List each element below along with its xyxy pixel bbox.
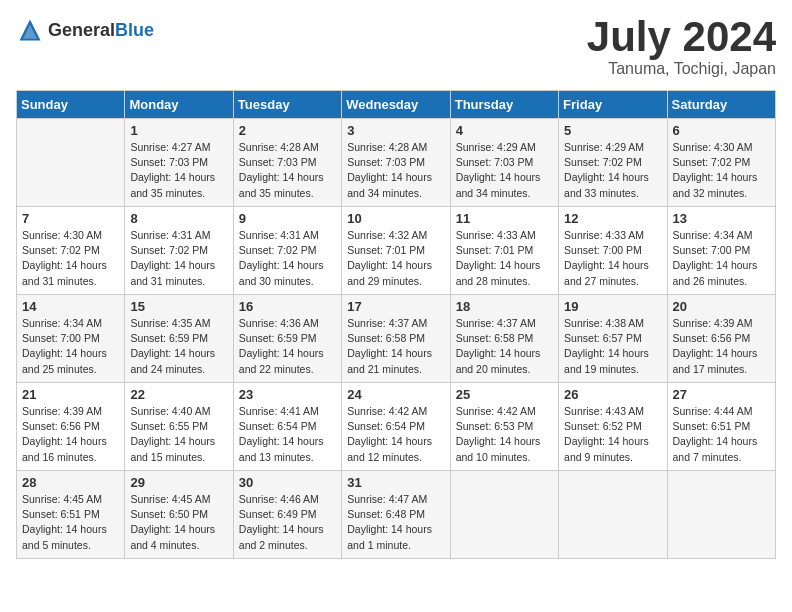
day-number: 23	[239, 387, 336, 402]
day-number: 2	[239, 123, 336, 138]
cell-info: Sunrise: 4:42 AMSunset: 6:53 PMDaylight:…	[456, 404, 553, 465]
calendar-cell: 30Sunrise: 4:46 AMSunset: 6:49 PMDayligh…	[233, 471, 341, 559]
day-number: 30	[239, 475, 336, 490]
cell-info: Sunrise: 4:27 AMSunset: 7:03 PMDaylight:…	[130, 140, 227, 201]
title-block: July 2024 Tanuma, Tochigi, Japan	[587, 16, 776, 78]
cell-info: Sunrise: 4:31 AMSunset: 7:02 PMDaylight:…	[239, 228, 336, 289]
cell-info: Sunrise: 4:37 AMSunset: 6:58 PMDaylight:…	[456, 316, 553, 377]
location-subtitle: Tanuma, Tochigi, Japan	[587, 60, 776, 78]
calendar-cell: 19Sunrise: 4:38 AMSunset: 6:57 PMDayligh…	[559, 295, 667, 383]
calendar-cell: 2Sunrise: 4:28 AMSunset: 7:03 PMDaylight…	[233, 119, 341, 207]
day-number: 13	[673, 211, 770, 226]
day-number: 21	[22, 387, 119, 402]
day-number: 24	[347, 387, 444, 402]
calendar-cell: 20Sunrise: 4:39 AMSunset: 6:56 PMDayligh…	[667, 295, 775, 383]
logo-blue: Blue	[115, 20, 154, 40]
cell-info: Sunrise: 4:46 AMSunset: 6:49 PMDaylight:…	[239, 492, 336, 553]
calendar-cell: 5Sunrise: 4:29 AMSunset: 7:02 PMDaylight…	[559, 119, 667, 207]
day-number: 3	[347, 123, 444, 138]
day-number: 14	[22, 299, 119, 314]
calendar-cell: 8Sunrise: 4:31 AMSunset: 7:02 PMDaylight…	[125, 207, 233, 295]
logo: GeneralBlue	[16, 16, 154, 44]
calendar-cell: 11Sunrise: 4:33 AMSunset: 7:01 PMDayligh…	[450, 207, 558, 295]
calendar-cell	[667, 471, 775, 559]
cell-info: Sunrise: 4:33 AMSunset: 7:01 PMDaylight:…	[456, 228, 553, 289]
cell-info: Sunrise: 4:37 AMSunset: 6:58 PMDaylight:…	[347, 316, 444, 377]
calendar-cell: 14Sunrise: 4:34 AMSunset: 7:00 PMDayligh…	[17, 295, 125, 383]
calendar-cell	[450, 471, 558, 559]
day-number: 27	[673, 387, 770, 402]
calendar-cell: 22Sunrise: 4:40 AMSunset: 6:55 PMDayligh…	[125, 383, 233, 471]
calendar-cell: 18Sunrise: 4:37 AMSunset: 6:58 PMDayligh…	[450, 295, 558, 383]
calendar-cell	[17, 119, 125, 207]
cell-info: Sunrise: 4:40 AMSunset: 6:55 PMDaylight:…	[130, 404, 227, 465]
day-number: 8	[130, 211, 227, 226]
header-day-sunday: Sunday	[17, 91, 125, 119]
cell-info: Sunrise: 4:44 AMSunset: 6:51 PMDaylight:…	[673, 404, 770, 465]
calendar-cell: 24Sunrise: 4:42 AMSunset: 6:54 PMDayligh…	[342, 383, 450, 471]
cell-info: Sunrise: 4:47 AMSunset: 6:48 PMDaylight:…	[347, 492, 444, 553]
calendar-body: 1Sunrise: 4:27 AMSunset: 7:03 PMDaylight…	[17, 119, 776, 559]
cell-info: Sunrise: 4:43 AMSunset: 6:52 PMDaylight:…	[564, 404, 661, 465]
calendar-cell: 23Sunrise: 4:41 AMSunset: 6:54 PMDayligh…	[233, 383, 341, 471]
calendar-cell: 7Sunrise: 4:30 AMSunset: 7:02 PMDaylight…	[17, 207, 125, 295]
day-number: 31	[347, 475, 444, 490]
day-number: 10	[347, 211, 444, 226]
cell-info: Sunrise: 4:34 AMSunset: 7:00 PMDaylight:…	[22, 316, 119, 377]
cell-info: Sunrise: 4:29 AMSunset: 7:03 PMDaylight:…	[456, 140, 553, 201]
day-number: 25	[456, 387, 553, 402]
cell-info: Sunrise: 4:45 AMSunset: 6:51 PMDaylight:…	[22, 492, 119, 553]
day-number: 6	[673, 123, 770, 138]
cell-info: Sunrise: 4:30 AMSunset: 7:02 PMDaylight:…	[673, 140, 770, 201]
page-header: GeneralBlue July 2024 Tanuma, Tochigi, J…	[16, 16, 776, 78]
calendar-cell: 6Sunrise: 4:30 AMSunset: 7:02 PMDaylight…	[667, 119, 775, 207]
calendar-cell: 17Sunrise: 4:37 AMSunset: 6:58 PMDayligh…	[342, 295, 450, 383]
cell-info: Sunrise: 4:39 AMSunset: 6:56 PMDaylight:…	[673, 316, 770, 377]
cell-info: Sunrise: 4:31 AMSunset: 7:02 PMDaylight:…	[130, 228, 227, 289]
cell-info: Sunrise: 4:32 AMSunset: 7:01 PMDaylight:…	[347, 228, 444, 289]
cell-info: Sunrise: 4:28 AMSunset: 7:03 PMDaylight:…	[347, 140, 444, 201]
day-number: 1	[130, 123, 227, 138]
logo-general: General	[48, 20, 115, 40]
day-number: 4	[456, 123, 553, 138]
week-row-5: 28Sunrise: 4:45 AMSunset: 6:51 PMDayligh…	[17, 471, 776, 559]
cell-info: Sunrise: 4:38 AMSunset: 6:57 PMDaylight:…	[564, 316, 661, 377]
week-row-1: 1Sunrise: 4:27 AMSunset: 7:03 PMDaylight…	[17, 119, 776, 207]
day-number: 12	[564, 211, 661, 226]
day-number: 22	[130, 387, 227, 402]
cell-info: Sunrise: 4:30 AMSunset: 7:02 PMDaylight:…	[22, 228, 119, 289]
calendar-cell: 21Sunrise: 4:39 AMSunset: 6:56 PMDayligh…	[17, 383, 125, 471]
day-number: 15	[130, 299, 227, 314]
day-number: 28	[22, 475, 119, 490]
calendar-cell: 29Sunrise: 4:45 AMSunset: 6:50 PMDayligh…	[125, 471, 233, 559]
header-day-saturday: Saturday	[667, 91, 775, 119]
header-day-friday: Friday	[559, 91, 667, 119]
calendar-cell: 28Sunrise: 4:45 AMSunset: 6:51 PMDayligh…	[17, 471, 125, 559]
calendar-cell: 10Sunrise: 4:32 AMSunset: 7:01 PMDayligh…	[342, 207, 450, 295]
calendar-cell: 31Sunrise: 4:47 AMSunset: 6:48 PMDayligh…	[342, 471, 450, 559]
month-title: July 2024	[587, 16, 776, 58]
cell-info: Sunrise: 4:35 AMSunset: 6:59 PMDaylight:…	[130, 316, 227, 377]
day-number: 18	[456, 299, 553, 314]
day-number: 26	[564, 387, 661, 402]
day-number: 16	[239, 299, 336, 314]
cell-info: Sunrise: 4:34 AMSunset: 7:00 PMDaylight:…	[673, 228, 770, 289]
calendar-cell: 13Sunrise: 4:34 AMSunset: 7:00 PMDayligh…	[667, 207, 775, 295]
day-number: 29	[130, 475, 227, 490]
calendar-cell: 25Sunrise: 4:42 AMSunset: 6:53 PMDayligh…	[450, 383, 558, 471]
calendar-cell	[559, 471, 667, 559]
calendar-cell: 1Sunrise: 4:27 AMSunset: 7:03 PMDaylight…	[125, 119, 233, 207]
generalblue-logo-icon	[16, 16, 44, 44]
calendar-cell: 12Sunrise: 4:33 AMSunset: 7:00 PMDayligh…	[559, 207, 667, 295]
week-row-2: 7Sunrise: 4:30 AMSunset: 7:02 PMDaylight…	[17, 207, 776, 295]
day-number: 9	[239, 211, 336, 226]
cell-info: Sunrise: 4:36 AMSunset: 6:59 PMDaylight:…	[239, 316, 336, 377]
calendar-cell: 4Sunrise: 4:29 AMSunset: 7:03 PMDaylight…	[450, 119, 558, 207]
header-day-thursday: Thursday	[450, 91, 558, 119]
day-number: 20	[673, 299, 770, 314]
cell-info: Sunrise: 4:42 AMSunset: 6:54 PMDaylight:…	[347, 404, 444, 465]
cell-info: Sunrise: 4:41 AMSunset: 6:54 PMDaylight:…	[239, 404, 336, 465]
week-row-4: 21Sunrise: 4:39 AMSunset: 6:56 PMDayligh…	[17, 383, 776, 471]
logo-text: GeneralBlue	[48, 20, 154, 41]
calendar-cell: 15Sunrise: 4:35 AMSunset: 6:59 PMDayligh…	[125, 295, 233, 383]
